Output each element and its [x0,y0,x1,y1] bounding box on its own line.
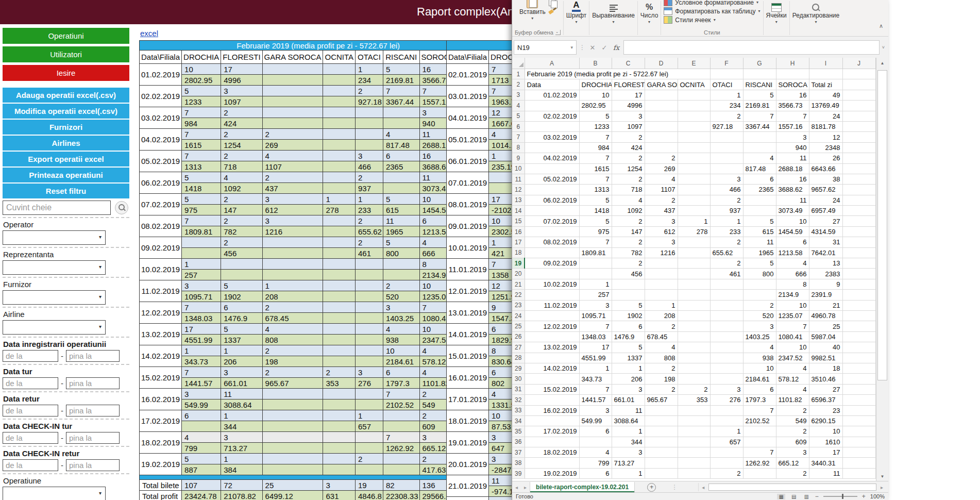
excel-cell[interactable]: 10 [743,363,776,373]
date-from-input[interactable] [3,405,58,416]
formula-bar-expand-icon[interactable]: ˅ [882,45,887,50]
excel-cell[interactable]: 24 [809,195,842,205]
excel-cell[interactable]: 3 [645,237,678,247]
select-airline[interactable]: ▾ [3,320,106,335]
excel-row-number[interactable]: 2 [512,79,525,90]
excel-cell[interactable] [678,321,710,331]
excel-cell[interactable] [842,290,875,300]
excel-cell[interactable]: 655.62 [710,247,743,258]
excel-cell[interactable] [525,437,579,447]
cells-button[interactable]: Ячейки ▾ [766,0,787,24]
excel-cell[interactable]: 7 [743,405,776,415]
excel-cell[interactable] [710,142,743,153]
action-button[interactable]: Modifica operatii excel(.csv) [3,104,129,119]
paste-button[interactable]: Вставить ▾ [519,0,546,21]
excel-cell[interactable] [842,342,875,353]
excel-cell[interactable]: 198 [645,374,678,384]
select-reprezentanta[interactable]: ▾ [3,260,106,275]
excel-cell[interactable]: GARA SOR [645,79,678,90]
excel-cell[interactable]: 21 [809,300,842,310]
excel-cell[interactable] [678,206,710,216]
excel-cell[interactable]: 24 [809,111,842,121]
excel-cell[interactable]: 1092 [612,206,645,216]
excel-col-header-C[interactable]: C [612,58,645,69]
excel-cell[interactable]: 466 [710,185,743,195]
excel-cell[interactable]: 1213.58 [776,247,809,258]
excel-cell[interactable]: 12.02.2019 [525,321,579,331]
excel-cell[interactable] [710,132,743,142]
excel-cell[interactable]: 17.02.2019 [525,426,579,437]
excel-cell[interactable]: 17 [809,447,842,458]
excel-cell[interactable]: 10 [776,216,809,226]
excel-cell[interactable]: 7642.01 [809,247,842,258]
excel-cell[interactable] [678,331,710,342]
excel-export-link[interactable]: excel [140,29,158,38]
excel-cell[interactable]: 02.02.2019 [525,111,579,121]
excel-cell[interactable]: 1403.25 [743,331,776,342]
excel-cell[interactable] [678,174,710,184]
insert-function-icon[interactable]: fx [612,44,621,52]
excel-row-number[interactable]: 22 [512,290,525,300]
excel-cell[interactable]: 49 [809,90,842,100]
excel-cell[interactable]: 5 [743,216,776,226]
excel-cell[interactable]: 1216 [645,247,678,258]
name-box[interactable]: N19 ▾ [514,40,577,55]
excel-cell[interactable]: 17 [612,90,645,100]
excel-cell[interactable]: 6 [579,426,612,437]
excel-row-number[interactable]: 31 [512,384,525,394]
excel-cell[interactable]: 2 [612,237,645,247]
excel-cell[interactable]: 07.02.2019 [525,216,579,226]
action-button[interactable]: Adauga operatii excel(.csv) [3,88,129,103]
excel-cell[interactable]: 16 [776,90,809,100]
excel-cell[interactable]: 927.18 [710,121,743,131]
excel-cell[interactable]: 2 [710,195,743,205]
excel-cell[interactable] [525,458,579,468]
excel-cell[interactable]: 615 [743,226,776,237]
excel-cell[interactable] [645,90,678,100]
search-input[interactable] [3,201,111,215]
vertical-scrollbar[interactable]: ▲ ▼ [876,58,888,481]
excel-cell[interactable]: 817.48 [743,163,776,174]
alignment-button[interactable]: Выравнивание ▾ [592,0,635,24]
excel-cell[interactable]: 11 [776,153,809,163]
excel-row-number[interactable]: 15 [512,216,525,226]
excel-row-number[interactable]: 10 [512,163,525,174]
excel-row-number[interactable]: 3 [512,90,525,100]
excel-cell[interactable]: 11 [809,468,842,478]
excel-cell[interactable]: 7 [743,111,776,121]
zoom-out-icon[interactable]: − [815,493,819,500]
excel-cell[interactable] [743,69,776,79]
excel-cell[interactable]: 278 [678,226,710,237]
excel-cell[interactable]: 4314.59 [809,226,842,237]
excel-row-number[interactable]: 30 [512,374,525,384]
excel-cell[interactable]: 1 [710,90,743,100]
excel-cell[interactable] [579,258,612,269]
excel-cell[interactable]: 05.02.2019 [525,174,579,184]
excel-cell[interactable]: 782 [612,247,645,258]
excel-cell[interactable]: 3073.49 [776,206,809,216]
excel-cell[interactable] [842,363,875,373]
excel-row-number[interactable]: 33 [512,405,525,415]
excel-cell[interactable] [525,163,579,174]
excel-cell[interactable] [710,290,743,300]
excel-cell[interactable]: 2347.52 [776,353,809,363]
excel-cell[interactable]: 17 [579,342,612,353]
excel-cell[interactable]: 8181.78 [809,121,842,131]
excel-cell[interactable]: 1418 [579,206,612,216]
editing-button[interactable]: Редактирование ▾ [792,0,839,24]
excel-cell[interactable]: 208 [645,310,678,321]
excel-cell[interactable] [842,395,875,405]
excel-cell[interactable]: 1097 [612,121,645,131]
excel-cell[interactable]: 4551.99 [579,353,612,363]
excel-cell[interactable]: 520 [743,310,776,321]
excel-cell[interactable]: 2 [612,174,645,184]
excel-cell[interactable]: 3 [612,447,645,458]
excel-cell[interactable]: 1 [678,216,710,226]
excel-cell[interactable] [678,163,710,174]
scroll-up-icon[interactable]: ▲ [876,58,888,68]
excel-row-number[interactable]: 38 [512,458,525,468]
sidebar-item-utilizatori[interactable]: Utilizatori [3,46,129,62]
excel-cell[interactable] [710,405,743,415]
excel-cell[interactable] [678,426,710,437]
excel-cell[interactable]: 269 [645,163,678,174]
